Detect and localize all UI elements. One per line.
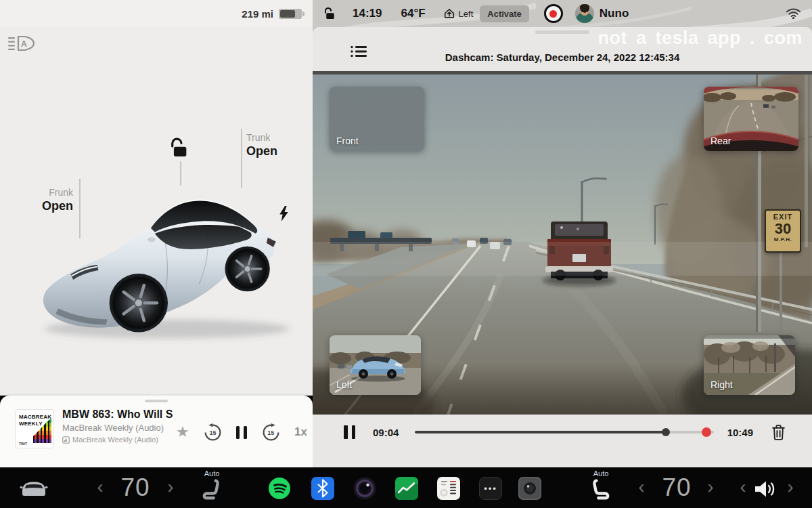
passenger-temp[interactable]: 70 <box>651 473 702 503</box>
camera-thumb-front[interactable]: Front <box>330 87 424 151</box>
right-seat-auto-label: Auto <box>583 469 618 478</box>
bluetooth-app-icon[interactable] <box>311 477 334 500</box>
profile-name: Nuno <box>600 7 629 20</box>
profile-chip[interactable]: Nuno <box>575 4 629 23</box>
elapsed-time: 09:04 <box>373 427 399 438</box>
dashcam-playback-controls: 09:04 10:49 <box>313 415 812 467</box>
lock-pointer-line <box>180 161 181 186</box>
status-bar: 14:19 64°F Left Activate Nuno <box>313 0 812 27</box>
volume-icon[interactable] <box>752 479 777 499</box>
forward-15-button[interactable]: 15 <box>262 423 280 442</box>
nav-home-chip[interactable]: Left <box>443 7 474 20</box>
favorite-star-button[interactable]: ★ <box>176 425 189 440</box>
camera-label-left: Left <box>336 379 352 390</box>
nav-direction-label: Left <box>459 9 474 19</box>
volume-up[interactable]: › <box>782 475 798 499</box>
trunk-pointer-line <box>241 129 242 188</box>
exit-speed-sign: EXIT 30 M.P.H. <box>765 209 801 253</box>
dashcam-app: Dashcam: Saturday, December 24, 2022 12:… <box>313 27 812 467</box>
battery-tip <box>302 12 304 16</box>
left-seat-auto-label: Auto <box>194 469 229 478</box>
delete-clip-button[interactable] <box>771 424 786 441</box>
camera-label-rear: Rear <box>710 135 731 146</box>
car-controls-button[interactable] <box>18 477 50 499</box>
seek-bar[interactable] <box>415 431 713 433</box>
media-track-title: MBW 863: Who Will S <box>62 408 181 421</box>
record-dot <box>549 10 557 18</box>
spotify-app-icon[interactable] <box>268 477 291 500</box>
dashcam-pause-button[interactable] <box>344 425 355 439</box>
activate-button[interactable]: Activate <box>480 5 529 22</box>
driver-temp-up[interactable]: › <box>162 475 179 499</box>
driver-temp[interactable]: 70 <box>110 473 161 503</box>
camera-lens-app-icon[interactable] <box>353 477 376 500</box>
album-art-line1: MACBREAK <box>19 414 51 421</box>
driver-temp-down[interactable]: ‹ <box>92 475 108 499</box>
more-apps-button[interactable]: ••• <box>479 477 502 500</box>
media-artist: MacBreak Weekly (Audio) <box>62 423 181 433</box>
media-drag-handle[interactable] <box>145 400 168 402</box>
passenger-temp-down[interactable]: ‹ <box>633 475 650 499</box>
camera-thumb-left[interactable]: Left <box>330 335 421 395</box>
car-visualization[interactable] <box>31 188 296 345</box>
clock: 14:19 <box>353 7 382 20</box>
dashcam-header: Dashcam: Saturday, December 24, 2022 12:… <box>313 27 812 71</box>
camera-label-right: Right <box>710 379 733 390</box>
outside-temperature: 64°F <box>401 7 425 20</box>
taskbar: ‹ 70 › Auto ••• Auto ‹ 70 › <box>0 467 812 508</box>
avatar <box>575 4 594 23</box>
tesla-screen: 219 mi 14:19 64°F Left Activate Nuno <box>0 0 812 508</box>
volume-down[interactable]: ‹ <box>735 475 751 499</box>
dashcam-app-icon[interactable] <box>518 477 541 500</box>
seek-knob[interactable] <box>662 428 670 436</box>
exit-sign-line3: M.P.H. <box>766 236 800 242</box>
media-source: MacBreak Weekly (Audio) <box>72 436 158 444</box>
dashcam-record-icon[interactable] <box>544 4 563 23</box>
home-arrow-icon <box>443 7 455 20</box>
auto-headlights-icon[interactable]: A <box>8 34 35 56</box>
dashcam-video[interactable]: EXIT 30 M.P.H. Front <box>313 71 812 415</box>
svg-text:A: A <box>21 39 27 49</box>
tuner-app-icon[interactable] <box>437 477 460 500</box>
podcast-icon <box>62 436 70 444</box>
car-unlocked-icon[interactable] <box>169 137 188 161</box>
battery-range: 219 mi <box>242 8 273 20</box>
right-seat-heater-button[interactable] <box>589 478 612 501</box>
media-player: MACBREAK WEEKLY TWiT MBW 863: Who Will S… <box>0 396 313 467</box>
seek-played <box>415 431 666 433</box>
total-time: 10:49 <box>727 427 753 438</box>
trunk-status: Trunk Open <box>246 132 294 158</box>
dashcam-drag-handle[interactable] <box>535 30 589 34</box>
vehicle-panel: A Frunk Open Trunk Open <box>0 27 313 396</box>
stocks-app-icon[interactable] <box>395 477 418 500</box>
rewind-15-label: 15 <box>204 429 222 436</box>
exit-sign-line2: 30 <box>766 221 800 236</box>
event-marker <box>702 427 711 437</box>
battery-fill <box>280 10 295 18</box>
wifi-icon <box>786 7 801 20</box>
media-pause-button[interactable] <box>236 426 247 439</box>
camera-thumb-right[interactable]: Right <box>704 335 795 395</box>
camera-thumb-rear[interactable]: Rear <box>704 87 798 151</box>
playback-speed-button[interactable]: 1x <box>294 425 307 439</box>
dashcam-title: Dashcam: Saturday, December 24, 2022 12:… <box>313 51 812 63</box>
trunk-open-button[interactable]: Open <box>246 144 294 158</box>
trunk-label: Trunk <box>246 132 294 143</box>
passenger-temp-up[interactable]: › <box>702 475 719 499</box>
unlock-icon[interactable] <box>323 7 335 20</box>
media-text: MBW 863: Who Will S MacBreak Weekly (Aud… <box>62 408 181 444</box>
album-art[interactable]: MACBREAK WEEKLY TWiT <box>15 409 54 448</box>
forward-15-label: 15 <box>262 429 280 436</box>
rewind-15-button[interactable]: 15 <box>204 423 222 442</box>
album-art-footer: TWiT <box>19 442 27 446</box>
battery-icon <box>279 9 302 19</box>
camera-label-front: Front <box>336 135 359 146</box>
topbar-left: 219 mi <box>0 0 313 27</box>
media-source-row: MacBreak Weekly (Audio) <box>62 436 181 444</box>
media-controls: ★ 15 15 1x <box>176 423 307 442</box>
left-seat-heater-button[interactable] <box>200 478 223 501</box>
